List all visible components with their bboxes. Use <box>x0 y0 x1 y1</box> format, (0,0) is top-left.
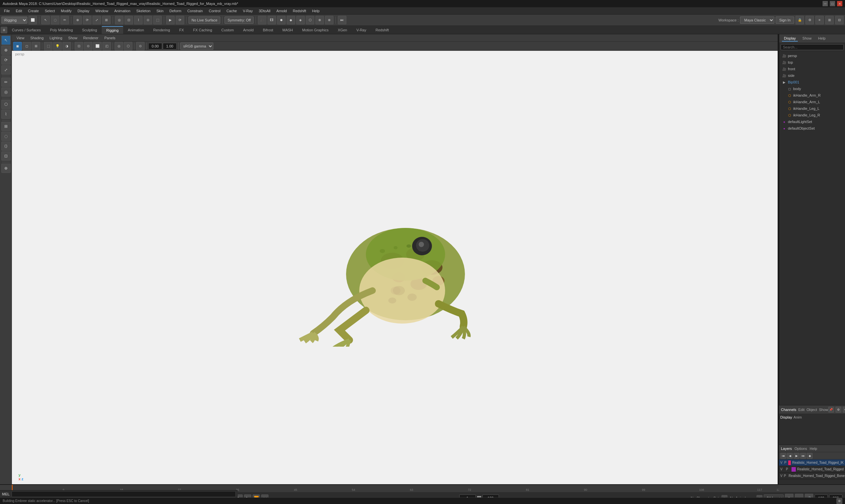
tb-keying4[interactable]: ⊕ <box>315 16 324 24</box>
layers-tab-options[interactable]: Options <box>794 447 807 451</box>
module-tabs-menu[interactable]: ≡ <box>1 27 7 33</box>
tab-curves-surfaces[interactable]: Curves / Surfaces <box>7 26 45 34</box>
tab-animation[interactable]: Animation <box>123 26 149 34</box>
vp-menu-shading[interactable]: Shading <box>28 35 46 40</box>
tb-settings1[interactable]: ⚙ <box>805 16 814 24</box>
outliner-tab-help[interactable]: Help <box>816 36 828 41</box>
status-render-icon[interactable]: ⚙ <box>837 498 842 504</box>
vp-tb-lights[interactable]: 💡 <box>53 42 62 51</box>
menu-skeleton[interactable]: Skeleton <box>134 8 153 14</box>
tb-playblast[interactable]: ⏺ <box>277 16 286 24</box>
tool-paint[interactable]: ✏ <box>1 77 11 87</box>
vp-menu-lighting[interactable]: Lighting <box>47 35 65 40</box>
outliner-tab-show[interactable]: Show <box>800 36 814 41</box>
outliner-item-default-light-set[interactable]: ● defaultLightSet <box>779 119 845 125</box>
menu-vray[interactable]: V-Ray <box>240 8 255 14</box>
tool-soft[interactable]: ◌ <box>1 132 11 141</box>
tab-xgen[interactable]: XGen <box>333 26 352 34</box>
tool-move[interactable]: ⊕ <box>1 46 11 55</box>
vp-menu-panels[interactable]: Panels <box>102 35 118 40</box>
tool-wire[interactable]: ⟨⟩ <box>1 142 11 151</box>
tb-snap-point[interactable]: ⊙ <box>144 16 152 24</box>
vp-menu-show[interactable]: Show <box>66 35 80 40</box>
menu-create[interactable]: Create <box>25 8 41 14</box>
menu-deform[interactable]: Deform <box>167 8 184 14</box>
signin-button[interactable]: Sign In <box>776 17 794 24</box>
vp-tb-smooth-shaded[interactable]: ◼ <box>13 42 22 51</box>
vp-tb-snap[interactable]: ⊙ <box>136 42 145 51</box>
menu-control[interactable]: Control <box>206 8 223 14</box>
menu-cache[interactable]: Cache <box>224 8 240 14</box>
cb-edit-icon[interactable]: ✏ <box>843 407 845 413</box>
layer-item-ik[interactable]: V P Realistic_Horned_Toad_Rigged_IK <box>779 460 845 466</box>
menu-constrain[interactable]: Constrain <box>185 8 205 14</box>
tb-settings3[interactable]: ⊞ <box>825 16 834 24</box>
close-button[interactable]: ✕ <box>837 1 842 6</box>
cb-anim-tab[interactable]: Anim <box>793 415 802 419</box>
tb-soft-select[interactable]: ◎ <box>115 16 123 24</box>
tab-arnold[interactable]: Arnold <box>238 26 258 34</box>
tb-settings2[interactable]: ≡ <box>815 16 824 24</box>
tab-bifrost[interactable]: Bifrost <box>258 26 278 34</box>
layer-item-bones[interactable]: V P Realistic_Horned_Toad_Rigged_Bones <box>779 473 845 479</box>
module-selector[interactable]: Rigging Animation Modeling <box>1 17 28 24</box>
vp-menu-view[interactable]: View <box>14 35 27 40</box>
tab-custom[interactable]: Custom <box>217 26 238 34</box>
menu-help[interactable]: Help <box>309 8 322 14</box>
vp-tb-resolution-gate[interactable]: ⬜ <box>93 42 102 51</box>
tab-vray[interactable]: V-Ray <box>352 26 371 34</box>
tb-keying1[interactable]: ◆ <box>287 16 295 24</box>
tb-snap-view[interactable]: ⬚ <box>153 16 162 24</box>
vp-tb-shadows[interactable]: ◑ <box>63 42 71 51</box>
outliner-item-side[interactable]: 🎥 side <box>779 72 845 79</box>
tb-scene-anim[interactable]: ⏭ <box>338 16 346 24</box>
menu-skin[interactable]: Skin <box>154 8 166 14</box>
tb-snap-grid[interactable]: ⊡ <box>124 16 133 24</box>
tb-snap-curve[interactable]: ⌇ <box>134 16 143 24</box>
outliner-item-front[interactable]: 🎥 front <box>779 66 845 72</box>
outliner-search-input[interactable] <box>781 44 844 50</box>
tool-lattice[interactable]: ⊞ <box>1 122 11 131</box>
menu-edit[interactable]: Edit <box>13 8 25 14</box>
tb-lock[interactable]: 🔒 <box>795 16 804 24</box>
tool-skeleton[interactable]: ⬡ <box>1 100 11 109</box>
layers-key-btn[interactable]: ◆ <box>807 453 813 459</box>
layers-tab-help[interactable]: Help <box>810 447 817 451</box>
layers-prev-btn[interactable]: ◀ <box>787 453 793 459</box>
minimize-button[interactable]: ─ <box>823 1 828 6</box>
tb-keying2[interactable]: ◈ <box>296 16 305 24</box>
symmetry-button[interactable]: Symmetry: Off <box>225 17 254 24</box>
outliner-item-bip001[interactable]: ▶ Bip001 <box>779 79 845 86</box>
vp-tb-aa[interactable]: ⬡ <box>124 42 133 51</box>
cb-settings-button[interactable]: ⚙ <box>835 407 841 413</box>
vp-tb-wireframe[interactable]: ⊞ <box>32 42 40 51</box>
tb-keying3[interactable]: ⬡ <box>306 16 314 24</box>
tb-settings4[interactable]: ⊟ <box>835 16 844 24</box>
tab-rigging[interactable]: Rigging <box>102 26 123 34</box>
mel-input[interactable] <box>12 491 236 497</box>
tool-sculpt[interactable]: ◎ <box>1 87 11 97</box>
vp-tb-xray[interactable]: ⊙ <box>84 42 92 51</box>
vp-near-clip[interactable] <box>148 43 162 50</box>
outliner-item-top[interactable]: 🎥 top <box>779 59 845 66</box>
menu-display[interactable]: Display <box>75 8 92 14</box>
menu-animation[interactable]: Animation <box>111 8 133 14</box>
outliner-item-ikhandle-arm-l[interactable]: ⬡ ikHandle_Arm_L <box>779 98 845 105</box>
workspace-selector[interactable]: Maya Classic <box>740 17 774 24</box>
maximize-button[interactable]: □ <box>830 1 835 6</box>
tab-fx[interactable]: FX <box>175 26 189 34</box>
tool-select[interactable]: ↖ <box>1 36 11 45</box>
tool-show-manip[interactable]: ⊕ <box>1 164 11 173</box>
menu-window[interactable]: Window <box>93 8 111 14</box>
cb-tab-edit[interactable]: Edit <box>798 408 805 412</box>
menu-select[interactable]: Select <box>42 8 58 14</box>
tab-fx-caching[interactable]: FX Caching <box>189 26 217 34</box>
vp-tb-texture[interactable]: ⬚ <box>44 42 52 51</box>
vp-tb-flat-shaded[interactable]: ◻ <box>22 42 31 51</box>
menu-arnold[interactable]: Arnold <box>274 8 290 14</box>
no-live-surface-button[interactable]: No Live Surface <box>189 17 220 24</box>
outliner-item-ikhandle-leg-l[interactable]: ⬡ ikHandle_Leg_L <box>779 105 845 112</box>
tool-rotate[interactable]: ⟳ <box>1 55 11 65</box>
menu-redshift[interactable]: Redshift <box>290 8 309 14</box>
gamma-selector[interactable]: sRGB gamma <box>180 42 213 50</box>
